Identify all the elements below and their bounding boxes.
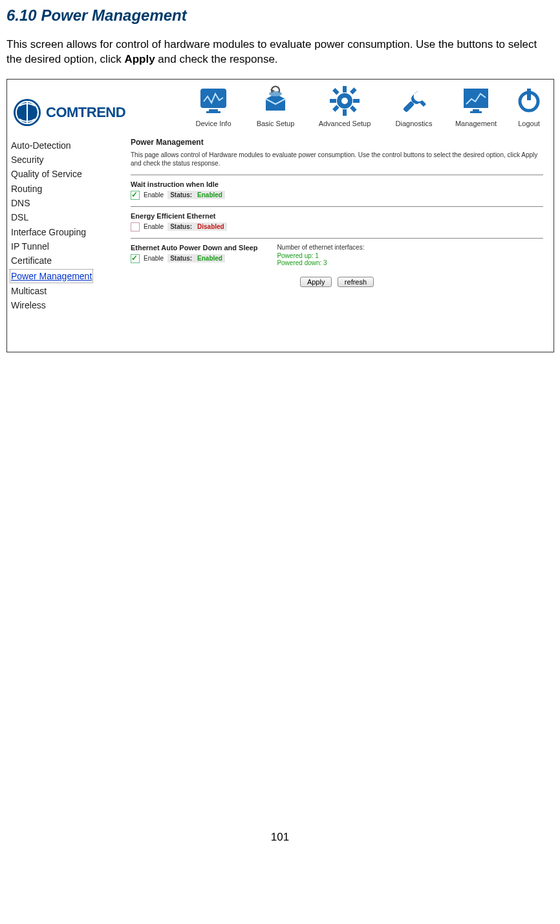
sidebar-item-multicast[interactable]: Multicast xyxy=(10,285,116,297)
eth-powered-up: Powered up: 1 xyxy=(277,252,364,259)
svg-rect-19 xyxy=(470,111,482,113)
status-value: Disabled xyxy=(195,222,227,231)
doc-heading: 6.10 Power Management xyxy=(6,6,560,25)
status-value: Enabled xyxy=(195,254,225,263)
svg-point-4 xyxy=(269,91,282,96)
sidebar-item-dsl[interactable]: DSL xyxy=(10,211,116,224)
sidebar-menu: Auto-Detection Security Quality of Servi… xyxy=(7,130,120,352)
status-block: Status: Disabled xyxy=(167,222,227,231)
sidebar-item-certificate[interactable]: Certificate xyxy=(10,254,116,267)
separator xyxy=(131,206,543,207)
top-navigation: COMTREND Device Info xyxy=(7,80,554,130)
enable-checkbox-eee[interactable] xyxy=(131,222,140,231)
content-title: Power Management xyxy=(131,138,543,147)
nav-label: Management xyxy=(455,120,497,127)
intro-paragraph: This screen allows for control of hardwa… xyxy=(6,38,554,67)
content-description: This page allows control of Hardware mod… xyxy=(131,151,543,168)
nav-label: Device Info xyxy=(195,120,231,127)
brand-name: COMTREND xyxy=(46,104,125,121)
page-number: 101 xyxy=(0,831,560,844)
svg-rect-7 xyxy=(343,86,347,92)
nav-label: Advanced Setup xyxy=(319,120,371,127)
section-auto-power-down: Ethernet Auto Power Down and Sleep Enabl… xyxy=(131,244,543,266)
status-label: Status: xyxy=(167,222,195,231)
svg-rect-8 xyxy=(343,109,347,116)
sidebar-item-qos[interactable]: Quality of Service xyxy=(10,167,116,180)
nav-management[interactable]: Management xyxy=(447,83,504,127)
svg-rect-18 xyxy=(473,109,479,111)
refresh-button[interactable]: refresh xyxy=(338,277,374,287)
gear-icon xyxy=(327,83,362,118)
separator xyxy=(131,175,543,175)
eth-powered-down: Powered down: 3 xyxy=(277,259,364,266)
section-wait-idle: Wait instruction when Idle Enable Status… xyxy=(131,180,543,200)
monitor-icon xyxy=(197,83,230,118)
sidebar-item-interface-grouping[interactable]: Interface Grouping xyxy=(10,226,116,239)
svg-rect-2 xyxy=(209,109,218,111)
nav-device-info[interactable]: Device Info xyxy=(185,83,242,127)
svg-rect-13 xyxy=(350,87,357,94)
svg-rect-17 xyxy=(464,89,488,108)
svg-rect-16 xyxy=(403,101,415,113)
sidebar-item-power-management[interactable]: Power Management xyxy=(10,269,93,283)
nav-logout[interactable]: Logout xyxy=(510,83,548,127)
status-label: Status: xyxy=(167,254,195,263)
sidebar-item-wireless[interactable]: Wireless xyxy=(10,299,116,312)
brand-logo: COMTREND xyxy=(12,98,125,127)
svg-rect-9 xyxy=(330,99,336,103)
svg-rect-14 xyxy=(332,105,339,112)
status-value: Enabled xyxy=(195,191,225,199)
status-label: Status: xyxy=(167,191,195,199)
nav-label: Basic Setup xyxy=(257,120,295,127)
main-area: Auto-Detection Security Quality of Servi… xyxy=(7,130,554,352)
button-row: Apply refresh xyxy=(131,275,543,287)
enable-checkbox-autopd[interactable] xyxy=(131,254,140,263)
nav-diagnostics[interactable]: Diagnostics xyxy=(385,83,442,127)
enable-checkbox-idle[interactable] xyxy=(131,191,140,200)
enable-label: Enable xyxy=(144,223,164,230)
section-title: Ethernet Auto Power Down and Sleep xyxy=(131,244,257,252)
intro-bold: Apply xyxy=(124,53,155,65)
nav-basic-setup[interactable]: Basic Setup xyxy=(247,83,304,127)
nav-label: Logout xyxy=(518,120,540,127)
line-chart-icon xyxy=(460,83,492,118)
section-eee: Energy Efficient Ethernet Enable Status:… xyxy=(131,212,543,231)
wrench-icon xyxy=(398,83,430,118)
power-icon xyxy=(516,83,542,118)
screenshot-frame: COMTREND Device Info xyxy=(6,79,554,353)
status-block: Status: Enabled xyxy=(167,191,225,199)
nav-items: Device Info Basic Setup xyxy=(185,83,548,127)
nav-label: Diagnostics xyxy=(396,120,433,127)
svg-rect-3 xyxy=(206,111,221,113)
box-arrow-icon xyxy=(259,83,292,118)
section-title: Energy Efficient Ethernet xyxy=(131,212,543,220)
enable-label: Enable xyxy=(144,191,164,199)
status-block: Status: Enabled xyxy=(167,254,225,263)
sidebar-item-dns[interactable]: DNS xyxy=(10,197,116,210)
nav-advanced-setup[interactable]: Advanced Setup xyxy=(309,83,380,127)
svg-rect-12 xyxy=(350,105,357,113)
apply-button[interactable]: Apply xyxy=(300,277,332,287)
sidebar-item-auto-detection[interactable]: Auto-Detection xyxy=(10,139,116,152)
sidebar-item-routing[interactable]: Routing xyxy=(10,182,116,195)
svg-rect-21 xyxy=(527,89,531,100)
svg-rect-11 xyxy=(332,88,339,95)
intro-after: and check the response. xyxy=(155,53,278,65)
svg-rect-10 xyxy=(353,99,360,103)
enable-label: Enable xyxy=(144,255,164,262)
sidebar-item-ip-tunnel[interactable]: IP Tunnel xyxy=(10,240,116,253)
section-title: Wait instruction when Idle xyxy=(131,180,543,188)
sidebar-item-security[interactable]: Security xyxy=(10,153,116,166)
content-panel: Power Management This page allows contro… xyxy=(120,130,554,352)
eth-interfaces-label: Number of ethernet interfaces: xyxy=(277,244,364,251)
brand-globe-icon xyxy=(12,98,42,127)
separator xyxy=(131,238,543,239)
svg-point-15 xyxy=(341,98,348,104)
eth-interface-info: Number of ethernet interfaces: Powered u… xyxy=(277,244,364,266)
